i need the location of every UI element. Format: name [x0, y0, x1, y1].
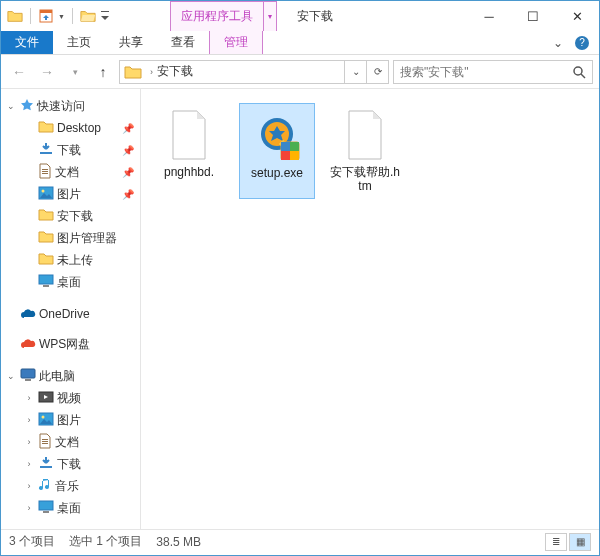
svg-rect-16	[39, 501, 53, 510]
sidebar-item-图片[interactable]: ›图片	[1, 409, 140, 431]
file-list[interactable]: pnghhbd.setup.exe安下载帮助.htm	[141, 89, 599, 529]
sidebar-item-桌面[interactable]: 桌面	[1, 271, 140, 293]
sidebar-item-label: 桌面	[57, 274, 81, 291]
expand-icon[interactable]: ›	[23, 503, 35, 513]
folder-open-icon[interactable]	[80, 8, 96, 24]
search-input[interactable]	[394, 65, 566, 79]
chevron-down-icon[interactable]: ▾	[264, 1, 277, 31]
tab-manage[interactable]: 管理	[209, 31, 263, 54]
sidebar-item-this-pc[interactable]: ⌄ 此电脑	[1, 365, 140, 387]
tab-share[interactable]: 共享	[105, 31, 157, 54]
expand-ribbon-icon[interactable]: ⌄	[553, 36, 563, 50]
pin-icon: 📌	[122, 145, 134, 156]
tab-home[interactable]: 主页	[53, 31, 105, 54]
sidebar-item-安下载[interactable]: 安下载	[1, 205, 140, 227]
separator	[30, 8, 31, 24]
properties-icon[interactable]	[38, 8, 54, 24]
sidebar-item-onedrive[interactable]: OneDrive	[1, 303, 140, 325]
recent-locations-icon[interactable]: ▾	[63, 60, 87, 84]
help-icon[interactable]: ?	[575, 36, 589, 50]
svg-rect-23	[290, 151, 299, 160]
sidebar-item-Desktop[interactable]: Desktop📌	[1, 117, 140, 139]
address-dropdown-icon[interactable]: ⌄	[344, 61, 366, 83]
title-bar: ▼ 应用程序工具 ▾ 安下载 ─ ☐ ✕	[1, 1, 599, 31]
folder-icon	[38, 120, 54, 137]
file-item[interactable]: 安下载帮助.htm	[327, 103, 403, 199]
qat-options-icon[interactable]	[100, 8, 110, 24]
svg-rect-21	[290, 142, 299, 151]
chevron-right-icon[interactable]: ›	[146, 67, 157, 77]
file-item[interactable]: pnghhbd.	[151, 103, 227, 199]
tab-file[interactable]: 文件	[1, 31, 53, 54]
sidebar-item-文档[interactable]: ›文档	[1, 431, 140, 453]
contextual-tab-label: 应用程序工具	[170, 1, 264, 31]
sidebar-item-quick-access[interactable]: ⌄ 快速访问	[1, 95, 140, 117]
separator	[72, 8, 73, 24]
close-button[interactable]: ✕	[555, 1, 599, 31]
file-name: 安下载帮助.htm	[329, 165, 401, 193]
collapse-icon[interactable]: ⌄	[5, 371, 17, 381]
forward-button[interactable]: →	[35, 60, 59, 84]
refresh-button[interactable]: ⟳	[366, 61, 388, 83]
collapse-icon[interactable]: ⌄	[5, 101, 17, 111]
window-controls: ─ ☐ ✕	[467, 1, 599, 31]
address-bar[interactable]: › 安下载 ⌄ ⟳	[119, 60, 389, 84]
search-box[interactable]	[393, 60, 593, 84]
pin-icon: 📌	[122, 189, 134, 200]
sidebar-item-桌面[interactable]: ›桌面	[1, 497, 140, 519]
expand-icon[interactable]: ›	[23, 415, 35, 425]
sidebar-item-label: 安下载	[57, 208, 93, 225]
music-icon	[38, 477, 52, 496]
sidebar-item-label: 下载	[57, 456, 81, 473]
sidebar-item-wps[interactable]: WPS网盘	[1, 333, 140, 355]
svg-rect-10	[21, 369, 35, 378]
breadcrumb-folder[interactable]: 安下载	[157, 63, 193, 80]
search-icon[interactable]	[566, 61, 592, 83]
sidebar-item-图片[interactable]: 图片📌	[1, 183, 140, 205]
tab-view[interactable]: 查看	[157, 31, 209, 54]
videos-icon	[38, 390, 54, 407]
chevron-down-icon[interactable]: ▼	[58, 13, 65, 20]
desktop-icon	[38, 500, 54, 517]
pc-icon	[20, 368, 36, 385]
svg-point-14	[42, 415, 45, 418]
minimize-button[interactable]: ─	[467, 1, 511, 31]
sidebar-item-label: 视频	[57, 390, 81, 407]
sidebar-item-下载[interactable]: 下载📌	[1, 139, 140, 161]
sidebar-item-label: WPS网盘	[39, 336, 90, 353]
wps-icon	[20, 337, 36, 352]
expand-icon[interactable]: ›	[23, 393, 35, 403]
folder-icon	[7, 8, 23, 24]
sidebar-item-音乐[interactable]: ›音乐	[1, 475, 140, 497]
document-icon	[38, 163, 52, 182]
folder-icon	[124, 64, 142, 80]
expand-icon[interactable]: ›	[23, 437, 35, 447]
contextual-tab-group: 应用程序工具 ▾	[170, 1, 277, 31]
sidebar-item-文档[interactable]: 文档📌	[1, 161, 140, 183]
svg-line-4	[581, 74, 585, 78]
back-button[interactable]: ←	[7, 60, 31, 84]
status-bar: 3 个项目 选中 1 个项目 38.5 MB ≣ ▦	[1, 529, 599, 553]
sidebar-item-视频[interactable]: ›视频	[1, 387, 140, 409]
pictures-icon	[38, 186, 54, 203]
expand-icon[interactable]: ›	[23, 481, 35, 491]
svg-rect-22	[281, 151, 290, 160]
sidebar-item-下载[interactable]: ›下载	[1, 453, 140, 475]
icons-view-button[interactable]: ▦	[569, 533, 591, 551]
sidebar-item-图片管理器[interactable]: 图片管理器	[1, 227, 140, 249]
status-item-count: 3 个项目	[9, 533, 55, 550]
download-icon	[38, 456, 54, 473]
maximize-button[interactable]: ☐	[511, 1, 555, 31]
pictures-icon	[38, 412, 54, 429]
up-button[interactable]: ↑	[91, 60, 115, 84]
svg-rect-2	[101, 11, 109, 12]
sidebar-item-label: 图片	[57, 186, 81, 203]
details-view-button[interactable]: ≣	[545, 533, 567, 551]
folder-icon	[38, 208, 54, 225]
expand-icon[interactable]: ›	[23, 459, 35, 469]
file-item[interactable]: setup.exe	[239, 103, 315, 199]
svg-rect-8	[39, 275, 53, 284]
pin-icon: 📌	[122, 123, 134, 134]
sidebar-item-未上传[interactable]: 未上传	[1, 249, 140, 271]
svg-rect-11	[25, 379, 31, 381]
